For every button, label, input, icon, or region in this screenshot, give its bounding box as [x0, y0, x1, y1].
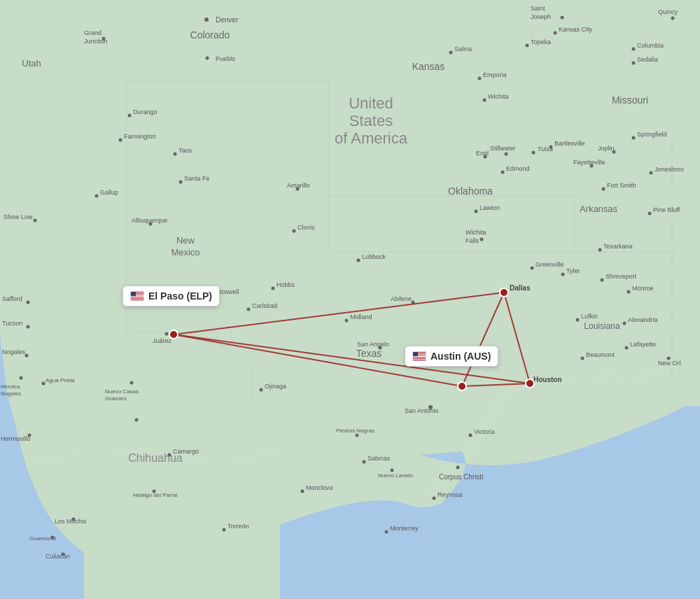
svg-point-79	[531, 267, 534, 270]
svg-point-123	[293, 230, 296, 233]
svg-point-83	[598, 248, 602, 252]
svg-point-200	[500, 288, 508, 297]
svg-text:of America: of America	[335, 129, 408, 147]
svg-point-85	[601, 279, 604, 282]
svg-text:Reynosa: Reynosa	[438, 491, 463, 498]
svg-text:Fort Smith: Fort Smith	[607, 182, 636, 189]
svg-text:Pine Bluff: Pine Bluff	[653, 206, 680, 213]
svg-text:Grand: Grand	[84, 29, 102, 36]
svg-text:Texas: Texas	[356, 348, 382, 359]
svg-text:Monterrey: Monterrey	[390, 525, 419, 532]
svg-point-41	[478, 77, 482, 80]
svg-text:Grandes: Grandes	[105, 395, 127, 402]
svg-text:Monroe: Monroe	[632, 285, 654, 292]
svg-text:Agua Prieta: Agua Prieta	[46, 377, 75, 383]
svg-point-191	[135, 418, 139, 422]
svg-text:Kansas: Kansas	[412, 61, 445, 72]
svg-text:Fayetteville: Fayetteville	[573, 159, 606, 166]
svg-text:Lubbock: Lubbock	[362, 253, 386, 260]
svg-point-50	[671, 17, 675, 20]
svg-text:Gallup: Gallup	[100, 189, 118, 196]
svg-point-149	[27, 325, 30, 329]
svg-point-37	[449, 51, 453, 55]
svg-text:Oklahoma: Oklahoma	[448, 185, 493, 197]
svg-text:Durango: Durango	[133, 108, 158, 115]
svg-point-45	[554, 31, 557, 35]
svg-point-52	[632, 48, 636, 51]
svg-text:Houston: Houston	[533, 376, 562, 383]
svg-point-158	[165, 332, 169, 336]
svg-text:Ojinaga: Ojinaga	[265, 383, 286, 390]
svg-text:Enid: Enid	[476, 150, 489, 157]
svg-text:Roswell: Roswell	[217, 288, 239, 295]
svg-text:Carlsbad: Carlsbad	[252, 302, 277, 309]
svg-point-163	[260, 388, 263, 392]
svg-text:Joplin: Joplin	[598, 145, 615, 152]
svg-point-171	[363, 460, 366, 464]
svg-text:Sabinas: Sabinas	[368, 455, 391, 462]
svg-text:Wichita: Wichita	[488, 93, 509, 100]
svg-point-143	[95, 195, 99, 198]
svg-point-160	[130, 381, 134, 385]
svg-point-147	[27, 301, 30, 304]
svg-text:Shreveport: Shreveport	[606, 273, 637, 280]
svg-text:Alexandria: Alexandria	[628, 316, 658, 323]
svg-text:Los Mochis: Los Mochis	[55, 518, 87, 525]
svg-text:Salina: Salina	[454, 45, 472, 52]
svg-text:Culiacán: Culiacán	[46, 553, 70, 560]
svg-point-181	[223, 528, 226, 532]
svg-point-141	[128, 114, 132, 118]
svg-text:Hidalgo del Parral: Hidalgo del Parral	[133, 492, 178, 498]
svg-point-70	[475, 210, 478, 213]
svg-point-173	[391, 469, 394, 472]
svg-text:Bartlesville: Bartlesville	[554, 140, 585, 147]
svg-point-101	[625, 346, 629, 350]
svg-point-97	[581, 357, 584, 360]
svg-text:Tucson: Tucson	[2, 320, 22, 327]
svg-text:Amarillo: Amarillo	[287, 182, 310, 189]
svg-point-151	[25, 354, 29, 358]
svg-point-139	[119, 139, 122, 142]
svg-text:Corpus Christi: Corpus Christi	[439, 473, 483, 481]
svg-point-47	[561, 16, 564, 20]
svg-text:New: New	[176, 235, 195, 246]
svg-point-89	[561, 273, 565, 276]
svg-point-66	[501, 171, 505, 174]
svg-text:Santa Fe: Santa Fe	[184, 175, 210, 182]
svg-text:San Angelo: San Angelo	[357, 341, 389, 348]
svg-text:Piedras Negras: Piedras Negras	[336, 428, 374, 434]
svg-point-119	[345, 319, 349, 323]
svg-text:Show Low: Show Low	[4, 213, 33, 220]
svg-point-169	[356, 434, 359, 437]
svg-text:Columbia: Columbia	[637, 42, 664, 49]
map-container: Colorado New Mexico Kansas Oklahoma Texa…	[0, 0, 700, 599]
svg-point-87	[627, 290, 631, 294]
svg-point-56	[632, 136, 636, 140]
svg-point-127	[247, 308, 251, 311]
svg-text:New Orl.: New Orl.	[658, 360, 682, 367]
svg-text:Nuevo Laredo: Nuevo Laredo	[378, 472, 414, 479]
svg-point-72	[602, 188, 606, 191]
svg-text:Camargo: Camargo	[173, 448, 199, 455]
svg-point-64	[532, 151, 536, 155]
svg-text:Abilene: Abilene	[391, 295, 412, 302]
svg-text:Missouri: Missouri	[612, 94, 648, 106]
svg-point-175	[433, 497, 436, 500]
svg-point-109	[469, 434, 472, 437]
svg-point-135	[174, 153, 177, 156]
svg-text:Beaumont: Beaumont	[586, 351, 615, 358]
svg-text:Arkansas: Arkansas	[580, 204, 618, 214]
svg-point-153	[20, 376, 23, 380]
svg-text:Victoria: Victoria	[474, 428, 495, 435]
svg-text:Dallas: Dallas	[510, 284, 531, 292]
svg-text:Sedalia: Sedalia	[637, 56, 658, 63]
svg-point-91	[650, 171, 653, 175]
svg-text:Jonesboro: Jonesboro	[654, 166, 684, 173]
svg-text:Mexico: Mexico	[171, 247, 200, 258]
svg-text:Taos: Taos	[178, 147, 192, 154]
svg-text:United: United	[349, 94, 393, 112]
svg-text:Lufkin: Lufkin	[581, 313, 598, 320]
svg-text:Denver: Denver	[216, 16, 239, 24]
svg-text:Edmond: Edmond	[506, 165, 530, 172]
svg-text:Falls: Falls	[465, 237, 479, 244]
